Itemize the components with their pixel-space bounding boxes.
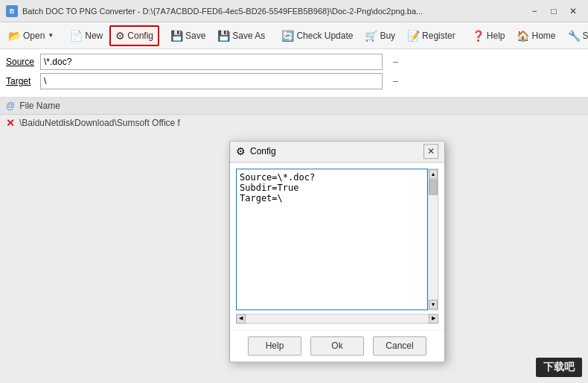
title-bar-controls: − □ ✕ [525, 4, 582, 19]
main-area: @ File Name ✕ \BaiduNetdiskDownload\Sums… [0, 98, 588, 383]
open-dropdown-arrow: ▼ [48, 32, 54, 39]
check-update-icon: 🔄 [281, 30, 294, 42]
support-button[interactable]: 🔧 Support [563, 25, 589, 46]
app-icon: B [6, 5, 18, 17]
save-icon: 💾 [170, 30, 183, 42]
register-button[interactable]: 📝 Register [402, 25, 461, 46]
new-icon: 📄 [70, 30, 83, 42]
target-dash: – [393, 76, 398, 86]
config-dialog: ⚙ Config ✕ Source=\*.doc? Subdir=True Ta… [229, 141, 445, 362]
hscroll-left-button[interactable]: ◀ [236, 314, 246, 323]
hscroll-right-button[interactable]: ▶ [429, 314, 438, 323]
target-input[interactable] [40, 73, 383, 89]
source-row: Source – [6, 54, 582, 70]
textarea-wrapper: Source=\*.doc? Subdir=True Target=\ ▲ ▼ [236, 168, 438, 312]
support-icon: 🔧 [568, 30, 581, 42]
dialog-close-button[interactable]: ✕ [424, 144, 438, 159]
new-button[interactable]: 📄 New [65, 25, 108, 46]
vscroll-down-button[interactable]: ▼ [429, 300, 438, 309]
config-button[interactable]: ⚙ Config [109, 25, 159, 46]
help-icon: ❓ [472, 30, 485, 42]
register-icon: 📝 [407, 30, 420, 42]
check-update-button[interactable]: 🔄 Check Update [276, 25, 358, 46]
dialog-ok-button[interactable]: Ok [310, 336, 364, 355]
target-label: Target [6, 76, 36, 86]
open-button[interactable]: 📂 Open ▼ [3, 25, 59, 46]
close-button[interactable]: ✕ [564, 4, 582, 19]
home-icon: 🏠 [517, 30, 529, 42]
minimize-button[interactable]: − [525, 4, 543, 19]
home-button[interactable]: 🏠 Home [511, 25, 560, 46]
dialog-content: Source=\*.doc? Subdir=True Target=\ ▲ ▼ … [230, 162, 444, 329]
save-as-button[interactable]: 💾 Save As [212, 25, 270, 46]
hscroll-area: ◀ ▶ [236, 314, 438, 323]
dialog-help-button[interactable]: Help [248, 336, 301, 355]
dialog-cancel-button[interactable]: Cancel [373, 336, 426, 355]
source-label: Source [6, 57, 36, 67]
target-row: Target – [6, 73, 582, 89]
source-dash: – [393, 57, 398, 67]
buy-button[interactable]: 🛒 Buy [359, 25, 400, 46]
open-icon: 📂 [8, 30, 21, 42]
save-as-icon: 💾 [217, 30, 230, 42]
config-icon: ⚙ [115, 30, 125, 42]
dialog-buttons: Help Ok Cancel [230, 329, 444, 361]
maximize-button[interactable]: □ [545, 4, 563, 19]
dialog-titlebar: ⚙ Config ✕ [230, 142, 444, 162]
vscroll-up-button[interactable]: ▲ [429, 169, 438, 179]
title-bar-text: Batch DOC TO PNG Converter - D:\{7A7ACBD… [22, 7, 525, 16]
vscroll-bar: ▲ ▼ [428, 168, 438, 310]
buy-icon: 🛒 [365, 30, 377, 42]
form-area: Source – Target – [0, 49, 588, 98]
toolbar: 📂 Open ▼ 📄 New ⚙ Config 💾 Save 💾 Save As… [0, 22, 588, 49]
app-body: 📂 Open ▼ 📄 New ⚙ Config 💾 Save 💾 Save As… [0, 22, 588, 383]
vscroll-thumb[interactable] [429, 180, 438, 194]
hscroll-track [246, 314, 429, 323]
source-input[interactable] [40, 54, 383, 70]
help-button[interactable]: ❓ Help [467, 25, 511, 46]
config-textarea[interactable]: Source=\*.doc? Subdir=True Target=\ [236, 168, 428, 310]
title-bar: B Batch DOC TO PNG Converter - D:\{7A7AC… [0, 0, 588, 22]
save-button[interactable]: 💾 Save [165, 25, 211, 46]
dialog-title: Config [250, 146, 424, 156]
dialog-icon: ⚙ [236, 145, 246, 157]
